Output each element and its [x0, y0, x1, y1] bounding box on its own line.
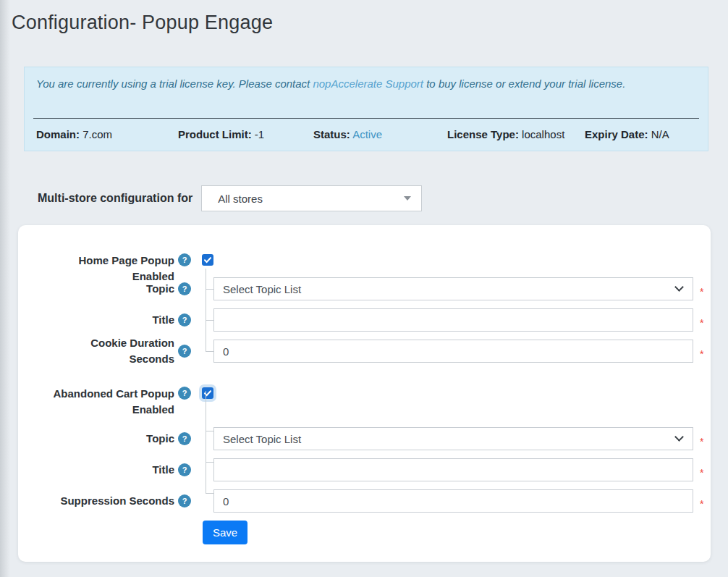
help-icon[interactable]: ?	[178, 282, 191, 295]
connector-line	[206, 320, 214, 321]
expiry-date-label: Expiry Date:	[585, 128, 648, 140]
configuration-page: Configuration- Popup Engage You are curr…	[0, 0, 728, 562]
connector-line	[206, 462, 214, 463]
connector-line	[206, 391, 206, 494]
multistore-label: Multi-store configuration for	[38, 192, 192, 205]
multistore-selected-value: All stores	[218, 193, 404, 205]
required-marker: *	[700, 287, 703, 297]
required-marker: *	[700, 349, 703, 359]
cookie-duration-row: Cookie Duration Seconds ? *	[18, 340, 711, 363]
cookie-duration-input[interactable]	[213, 340, 693, 363]
required-marker: *	[700, 318, 703, 328]
status-label: Status:	[313, 128, 350, 140]
product-limit-label: Product Limit:	[178, 128, 252, 140]
status-value: Active	[352, 128, 382, 140]
license-type-label: License Type:	[447, 128, 519, 140]
chevron-down-icon	[674, 282, 684, 292]
help-icon[interactable]: ?	[178, 432, 191, 445]
cart-title-label: Title	[152, 462, 174, 478]
help-icon[interactable]: ?	[178, 494, 191, 507]
connector-line	[206, 269, 206, 352]
license-banner-message: You are currently using a trial license …	[33, 77, 699, 91]
cart-title-row: Title ? *	[18, 458, 711, 481]
home-popup-enabled-row: Home Page Popup Enabled ?	[18, 248, 711, 277]
multistore-configuration-row: Multi-store configuration for All stores	[38, 185, 728, 211]
home-title-input[interactable]	[213, 308, 693, 332]
checkmark-icon	[203, 389, 212, 397]
license-type: License Type: localhost	[447, 128, 585, 140]
license-details-row: Domain: 7.com Product Limit: -1 Status: …	[33, 128, 699, 140]
nopaccelerate-support-link[interactable]: nopAccelerate Support	[313, 77, 423, 90]
license-expiry: Expiry Date: N/A	[585, 128, 669, 140]
domain-value: 7.com	[82, 128, 112, 140]
connector-line	[206, 351, 214, 352]
cart-topic-selected-value: Select Topic List	[223, 433, 676, 445]
caret-down-icon	[404, 196, 411, 201]
chevron-down-icon	[674, 432, 684, 442]
multistore-select[interactable]: All stores	[201, 185, 422, 211]
expiry-date-value: N/A	[651, 128, 669, 140]
product-limit-value: -1	[255, 128, 264, 140]
home-topic-selected-value: Select Topic List	[223, 283, 676, 295]
home-title-row: Title ? *	[18, 308, 711, 332]
home-popup-enabled-label: Home Page Popup Enabled	[50, 253, 174, 285]
checkmark-icon	[203, 256, 212, 264]
configuration-form: Home Page Popup Enabled ? Topic ? Select…	[18, 248, 711, 544]
home-title-label: Title	[152, 312, 174, 328]
license-domain: Domain: 7.com	[36, 128, 178, 140]
license-banner: You are currently using a trial license …	[24, 67, 708, 151]
connector-line	[206, 431, 214, 431]
suppression-seconds-input[interactable]	[213, 489, 693, 513]
help-icon[interactable]: ?	[178, 253, 191, 266]
home-topic-label: Topic	[146, 281, 174, 297]
configuration-panel: Home Page Popup Enabled ? Topic ? Select…	[18, 225, 711, 562]
license-message-suffix: to buy license or extend your trial lice…	[423, 77, 625, 90]
cookie-duration-label: Cookie Duration Seconds	[50, 335, 174, 367]
home-popup-enabled-checkbox[interactable]	[202, 254, 213, 266]
help-icon[interactable]: ?	[178, 313, 191, 327]
suppression-seconds-row: Suppression Seconds ? *	[18, 489, 711, 513]
cart-topic-select[interactable]: Select Topic List	[213, 427, 693, 450]
cart-topic-row: Topic ? Select Topic List *	[18, 427, 711, 450]
save-row: Save	[18, 521, 711, 544]
page-title: Configuration- Popup Engage	[10, 0, 728, 34]
help-icon[interactable]: ?	[178, 387, 191, 400]
license-message-prefix: You are currently using a trial license …	[36, 77, 313, 90]
connector-line	[206, 289, 214, 290]
save-button[interactable]: Save	[203, 521, 247, 544]
abandoned-cart-enabled-label: Abandoned Cart Popup Enabled	[50, 386, 174, 418]
license-type-value: localhost	[522, 128, 564, 140]
connector-line	[206, 493, 214, 494]
license-product-limit: Product Limit: -1	[178, 128, 313, 140]
help-icon[interactable]: ?	[178, 345, 191, 358]
help-icon[interactable]: ?	[178, 463, 191, 476]
home-topic-row: Topic ? Select Topic List *	[18, 277, 711, 300]
license-status: Status: Active	[313, 128, 447, 140]
required-marker: *	[700, 437, 703, 447]
domain-label: Domain:	[36, 128, 80, 140]
cart-title-input[interactable]	[213, 458, 693, 481]
required-marker: *	[700, 468, 703, 478]
banner-divider	[33, 118, 699, 119]
home-topic-select[interactable]: Select Topic List	[213, 277, 693, 300]
suppression-seconds-label: Suppression Seconds	[60, 493, 174, 509]
abandoned-cart-enabled-row: Abandoned Cart Popup Enabled ?	[18, 371, 711, 427]
cart-topic-label: Topic	[146, 431, 174, 447]
required-marker: *	[700, 499, 703, 509]
abandoned-cart-enabled-checkbox[interactable]	[202, 387, 213, 399]
